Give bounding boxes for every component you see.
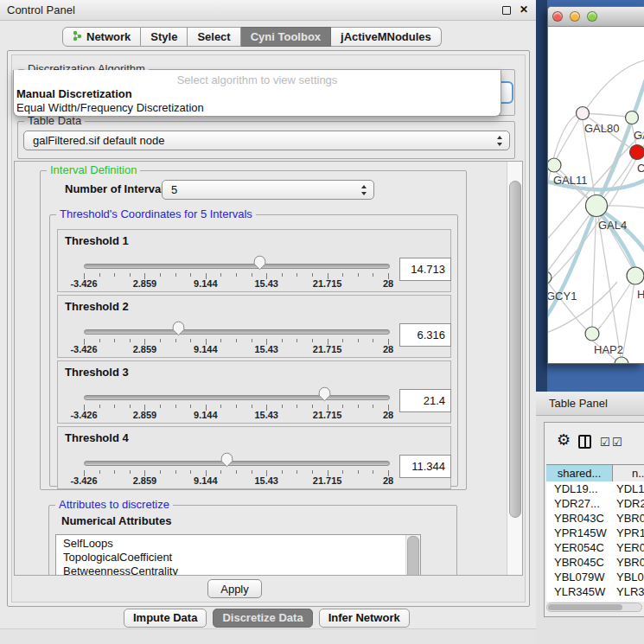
threshold-value-field[interactable]: 14.713 xyxy=(399,258,451,281)
network-node[interactable] xyxy=(586,195,608,217)
slider-thumb-icon[interactable] xyxy=(172,321,185,336)
tab-label: Network xyxy=(86,30,131,43)
tick-mark xyxy=(373,470,373,474)
table-data-combobox[interactable]: galFiltered.sif default node xyxy=(23,131,510,150)
network-node[interactable] xyxy=(630,145,644,160)
attribute-items: SelfLoopsTopologicalCoefficientBetweenne… xyxy=(56,537,405,576)
tab-cyni-toolbox[interactable]: Cyni Toolbox xyxy=(241,27,331,47)
settings-gear-icon[interactable]: ⚙ xyxy=(557,432,571,448)
scale-label: 9.144 xyxy=(194,278,218,289)
tab-network[interactable]: Network xyxy=(62,27,141,47)
num-intervals-combobox[interactable]: 5 xyxy=(162,180,374,200)
network-graph: GAL80GACGAL11GAL4GCY1HHAP2 xyxy=(548,27,644,364)
slider-thumb-icon[interactable] xyxy=(253,255,266,271)
table-row[interactable]: YIL052CYIL0 xyxy=(546,599,644,602)
attribute-item-selfloops[interactable]: SelfLoops xyxy=(56,537,405,551)
table-row[interactable]: YBL079WYBL0 xyxy=(546,570,644,584)
cell-name: YBL0 xyxy=(616,570,644,584)
column-header-shared-name[interactable]: shared... xyxy=(546,465,613,481)
network-canvas[interactable]: GAL80GACGAL11GAL4GCY1HHAP2 xyxy=(548,27,644,364)
table-row[interactable]: YPR145WYPR1 xyxy=(546,526,644,540)
tick-mark xyxy=(373,273,373,277)
table-row[interactable]: YLR345WYLR3 xyxy=(546,584,644,599)
slider-thumb-icon[interactable] xyxy=(318,386,331,402)
tick-mark xyxy=(236,339,237,342)
table-row[interactable]: YBR043CYBR0 xyxy=(546,511,644,526)
column-header-name[interactable]: n... xyxy=(613,465,644,481)
tab-select[interactable]: Select xyxy=(188,27,240,47)
tab-style[interactable]: Style xyxy=(141,27,188,47)
scale-label: 21.715 xyxy=(313,410,342,420)
network-window-titlebar[interactable] xyxy=(548,7,644,27)
slider-thumb-icon[interactable] xyxy=(220,452,233,468)
node-label: C xyxy=(637,162,644,175)
network-node[interactable] xyxy=(627,267,644,284)
tab-jactivemnodules[interactable]: jActiveMNodules xyxy=(331,27,442,47)
close-icon[interactable]: ✕ xyxy=(520,3,528,16)
tab-discretize-data[interactable]: Discretize Data xyxy=(213,609,312,628)
threshold-value-field[interactable]: 21.4 xyxy=(399,389,451,412)
select-all-checkbox-icon[interactable]: ☑ xyxy=(600,436,610,449)
scale-label: 28 xyxy=(383,278,393,289)
network-node[interactable] xyxy=(577,107,590,120)
tab-label: Cyni Toolbox xyxy=(251,30,321,43)
network-node[interactable] xyxy=(585,327,599,341)
combo-arrows-icon xyxy=(497,136,503,146)
tick-mark xyxy=(296,470,297,474)
slider-track[interactable] xyxy=(84,329,390,335)
attributes-listbox[interactable]: SelfLoopsTopologicalCoefficientBetweenne… xyxy=(55,534,421,576)
attribute-item-topologicalcoefficient[interactable]: TopologicalCoefficient xyxy=(56,551,405,564)
network-view-window: GAL80GACGAL11GAL4GCY1HHAP2 xyxy=(547,6,644,364)
dropdown-item-equal-width-frequency-discretization[interactable]: Equal Width/Frequency Discretization xyxy=(16,101,498,115)
tick-mark xyxy=(282,405,283,408)
scale-label: 28 xyxy=(383,344,393,354)
table-row[interactable]: YER054CYER0 xyxy=(546,540,644,555)
apply-button[interactable]: Apply xyxy=(207,579,262,598)
network-node[interactable] xyxy=(548,271,552,284)
vertical-scrollbar-thumb[interactable] xyxy=(509,181,521,518)
tick-mark xyxy=(312,339,313,342)
horizontal-scrollbar-thumb[interactable] xyxy=(548,604,622,610)
list-scrollbar-thumb[interactable] xyxy=(407,536,419,576)
vertical-scrollbar[interactable] xyxy=(507,162,522,575)
float-window-icon[interactable] xyxy=(502,6,511,15)
status-strip xyxy=(0,628,536,644)
tab-impute-data[interactable]: Impute Data xyxy=(124,609,207,628)
network-node[interactable] xyxy=(626,112,639,124)
attribute-item-betweennesscentrality[interactable]: BetweennessCentrality xyxy=(56,564,405,576)
threshold-label: Threshold 1 xyxy=(65,234,129,247)
tick-mark xyxy=(220,339,221,342)
panel-title: Control Panel xyxy=(7,3,75,16)
scale-label: 21.715 xyxy=(313,475,342,486)
select-mode-checkbox-icon[interactable]: ☑ xyxy=(612,436,622,449)
cell-shared-name: YLR345W xyxy=(554,584,605,599)
table-row[interactable]: YDR27...YDR2 xyxy=(546,496,644,511)
close-light[interactable] xyxy=(552,11,563,22)
tick-mark xyxy=(252,339,252,342)
threshold-value-field[interactable]: 11.344 xyxy=(399,455,451,478)
minimize-light[interactable] xyxy=(570,11,580,22)
threshold-value-field[interactable]: 6.316 xyxy=(399,323,451,347)
zoom-light[interactable] xyxy=(587,11,597,22)
threshold-panel: Threshold 2-3.4262.8599.14415.4321.71528… xyxy=(57,295,451,358)
horizontal-scrollbar[interactable] xyxy=(546,603,642,612)
table-panel-titlebar[interactable]: Table Panel xyxy=(536,392,644,416)
slider-track[interactable] xyxy=(84,395,390,400)
tick-mark xyxy=(358,273,359,277)
tick-mark xyxy=(296,273,297,277)
slider-track[interactable] xyxy=(84,461,390,466)
table-row[interactable]: YBR045CYBR0 xyxy=(546,555,644,570)
list-scrollbar[interactable] xyxy=(405,535,420,576)
scale-label: 21.715 xyxy=(313,278,342,289)
tab-infer-network[interactable]: Infer Network xyxy=(319,609,410,628)
node-label: GAL11 xyxy=(553,174,588,187)
threshold-panels: Threshold 1-3.4262.8599.14415.4321.71528… xyxy=(57,229,451,492)
slider-track[interactable] xyxy=(84,264,390,269)
network-node[interactable] xyxy=(548,158,561,172)
table-row[interactable]: YDL19...YDL1 xyxy=(546,481,644,496)
show-columns-icon[interactable] xyxy=(578,435,591,449)
combo-value: galFiltered.sif default node xyxy=(33,131,164,150)
network-node[interactable] xyxy=(615,357,628,364)
dropdown-item-manual-discretization[interactable]: Manual Discretization xyxy=(16,87,498,101)
control-panel-titlebar: Control Panel ✕ xyxy=(0,0,536,21)
